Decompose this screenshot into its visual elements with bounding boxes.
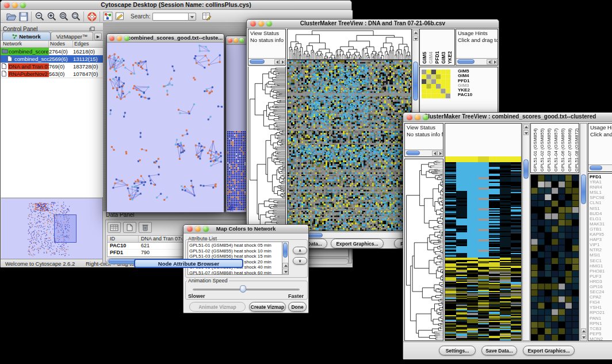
gene-label[interactable]: RPN1 (590, 321, 612, 326)
tv2-row-dendrogram[interactable] (404, 159, 443, 341)
vizmap-nodes-icon[interactable] (102, 11, 114, 22)
network-overview-panel[interactable] (1, 198, 102, 258)
help-lifesaver-icon[interactable] (86, 11, 98, 22)
zoom-window-button[interactable] (20, 2, 26, 8)
attribute-browser-icon[interactable] (201, 11, 213, 22)
minimize-button[interactable] (258, 21, 264, 26)
delete-attribute-icon[interactable] (139, 222, 152, 233)
save-session-icon[interactable] (17, 11, 29, 22)
network-table-row[interactable]: combined_scores2764(0)16218(0) (1, 48, 103, 55)
move-attribute-down-button[interactable]: ∨ (293, 257, 307, 265)
slider-thumb[interactable] (240, 285, 246, 293)
minimize-button[interactable] (12, 2, 18, 8)
settings-button[interactable]: Settings... (439, 346, 476, 355)
gene-label[interactable]: RNR4 (590, 185, 612, 190)
close-button[interactable] (4, 2, 10, 8)
tv1-column-dendrogram[interactable] (287, 29, 412, 60)
done-button[interactable]: Done (288, 302, 307, 312)
tab-vizmapper[interactable]: VizMapper™ (51, 32, 93, 40)
main-titlebar[interactable]: Cytoscape Desktop (Session Name: collins… (1, 1, 351, 10)
gene-label[interactable]: BUD4 (590, 211, 612, 216)
tv2-usage-scrollbar[interactable] (588, 164, 612, 171)
attribute-list-scrollbar[interactable] (282, 242, 288, 274)
gene-label[interactable]: SPC98 (590, 195, 612, 200)
save-data-button[interactable]: Save Data... (481, 346, 517, 355)
open-session-icon[interactable] (5, 11, 17, 22)
zoom-window-button[interactable] (239, 38, 244, 43)
gene-label[interactable]: TCB3 (590, 326, 612, 331)
animation-speed-slider[interactable] (193, 289, 300, 290)
gene-label[interactable]: CPA2 (590, 294, 612, 300)
network-table-row[interactable]: combined_sco2569(6)13112(15) (1, 55, 103, 63)
tv1-status-scrollbar[interactable] (248, 58, 285, 65)
gene-label[interactable]: MSI1 (590, 252, 612, 258)
tv2-global-vscrollbar[interactable] (522, 123, 530, 341)
col-edges[interactable]: Edges (73, 41, 103, 47)
zoom-selected-icon[interactable] (58, 11, 70, 22)
dialog-titlebar[interactable]: Map Colors to Network (183, 225, 308, 233)
minimize-button[interactable] (234, 38, 238, 43)
gene-label[interactable]: SEC24 (590, 289, 612, 294)
tv2-zoom-heatmap[interactable] (530, 174, 579, 341)
export-graphics-button[interactable]: Export Graphics... (523, 346, 575, 355)
gene-label[interactable]: PEP5 (590, 331, 612, 336)
move-attribute-up-button[interactable]: ∧ (293, 247, 307, 254)
treeview1-titlebar[interactable]: ClusterMaker TreeView : DNA and Tran 07-… (247, 20, 499, 28)
tv1-heatmap[interactable] (287, 60, 412, 231)
zoom-in-icon[interactable] (45, 11, 58, 22)
tab-network[interactable]: Network (2, 32, 51, 40)
gene-label[interactable]: PHO81 (590, 269, 612, 274)
gene-label[interactable]: HMG1 (590, 263, 612, 269)
gene-label[interactable]: FIG4 (590, 300, 612, 305)
network-overview-canvas[interactable] (1, 198, 102, 259)
create-vizmap-button[interactable]: Create Vizmap (249, 302, 286, 312)
gene-label[interactable]: HAP3 (590, 237, 612, 242)
close-button[interactable] (187, 226, 193, 232)
gene-label[interactable]: HRD3 (590, 279, 612, 284)
search-input[interactable] (152, 13, 188, 21)
gene-label[interactable]: PUF3 (590, 274, 612, 279)
animate-vizmap-button[interactable]: Animate Vizmap (189, 302, 246, 312)
treeview2-titlebar[interactable]: ClusterMaker TreeView : combined_scores_… (403, 113, 612, 122)
network-table-row[interactable]: DNA and Tran 07769(0)183728(0) (1, 63, 103, 70)
zoom-window-button[interactable] (124, 36, 129, 41)
annotation-icon[interactable] (114, 11, 126, 22)
zoom-window-button[interactable] (203, 226, 209, 232)
zoom-window-button[interactable] (266, 21, 272, 26)
tab-overflow-button[interactable]: ▶ (94, 33, 102, 40)
gene-label[interactable]: ELG1 (590, 216, 612, 221)
table-mode-icon[interactable] (108, 222, 121, 233)
gene-label[interactable]: GPI16 (590, 284, 612, 289)
zoom-fit-icon[interactable] (70, 11, 82, 22)
attribute-list-item[interactable]: GPL51-02 (GSM855) heat shock 10 min (189, 248, 288, 254)
tv2-global-view[interactable] (445, 123, 522, 341)
gene-label[interactable]: RPO21 (590, 310, 612, 315)
gene-label[interactable]: YSH1 (590, 305, 612, 310)
attribute-list-item[interactable]: GPL51-07 (GSM868) heat shock 60 min (189, 270, 288, 275)
close-button[interactable] (407, 114, 412, 120)
close-button[interactable] (250, 21, 256, 26)
gene-label[interactable]: NTR2 (590, 247, 612, 252)
network-titlebar[interactable]: combined_scores_good.txt--cluste... (107, 34, 224, 43)
gene-label[interactable]: KAP95 (590, 232, 612, 237)
zoom-window-button[interactable] (423, 114, 429, 120)
minimize-button[interactable] (117, 36, 122, 41)
network-table-row[interactable]: RNAPuberNov2+563(0)107847(0) (1, 70, 103, 78)
search-dropdown-button[interactable] (188, 13, 196, 21)
node-attribute-browser-tab[interactable]: Node Attribute Browser (134, 259, 243, 268)
col-network[interactable]: Network (1, 41, 49, 47)
tv2-zoom-vscrollbar[interactable] (580, 123, 587, 341)
gene-label[interactable]: MON2 (590, 336, 612, 341)
col-nodes[interactable]: Nodes (49, 41, 73, 47)
network2-canvas[interactable] (226, 45, 248, 212)
close-button[interactable] (228, 38, 232, 43)
minimize-button[interactable] (195, 226, 201, 232)
export-graphics-button[interactable]: Export Graphics... (331, 239, 384, 248)
network-canvas[interactable] (107, 43, 224, 212)
gene-label[interactable]: YRA1 (590, 179, 612, 185)
minimize-button[interactable] (415, 114, 420, 120)
gene-label[interactable]: SEC1 (590, 258, 612, 263)
new-attribute-icon[interactable] (123, 222, 136, 233)
tv1-usage-scrollbar[interactable] (456, 58, 498, 65)
attribute-list-item[interactable]: GPL51-01 (GSM854) heat shock 05 min (189, 243, 288, 248)
